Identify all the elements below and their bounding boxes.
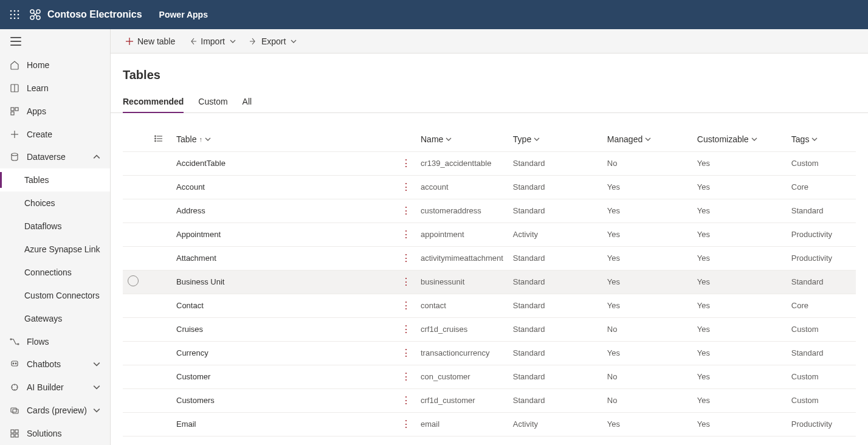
row-select-cell[interactable] <box>123 388 150 412</box>
nav-learn[interactable]: Learn <box>0 77 110 100</box>
row-select-cell[interactable] <box>123 341 150 365</box>
column-managed[interactable]: Managed <box>602 128 692 151</box>
row-more-cell[interactable]: ⋮ <box>396 199 416 222</box>
table-row[interactable]: Attachment⋮activitymimeattachmentStandar… <box>123 246 856 270</box>
nav-choices[interactable]: Choices <box>0 191 110 215</box>
table-row[interactable]: Currency⋮transactioncurrencyStandardYesY… <box>123 341 856 365</box>
table-row[interactable]: Customers⋮crf1d_customerStandardNoYesCus… <box>123 388 856 412</box>
nav-tables[interactable]: Tables <box>0 168 110 191</box>
new-table-button[interactable]: New table <box>123 29 177 53</box>
row-select-cell[interactable] <box>123 294 150 317</box>
more-vertical-icon[interactable]: ⋮ <box>401 371 411 382</box>
nav-flows[interactable]: Flows <box>0 330 110 353</box>
nav-custom-connectors[interactable]: Custom Connectors <box>0 284 110 307</box>
nav-gateways[interactable]: Gateways <box>0 307 110 330</box>
tab-all[interactable]: All <box>243 92 252 112</box>
more-vertical-icon[interactable]: ⋮ <box>401 158 411 168</box>
app-name[interactable]: Power Apps <box>159 10 208 19</box>
more-vertical-icon[interactable]: ⋮ <box>401 395 411 405</box>
row-more-cell[interactable]: ⋮ <box>396 222 416 246</box>
row-select-cell[interactable] <box>123 246 150 270</box>
export-button[interactable]: Export <box>247 29 299 53</box>
row-more-cell[interactable]: ⋮ <box>396 341 416 365</box>
nav-solutions[interactable]: Solutions <box>0 422 110 445</box>
row-select-cell[interactable] <box>123 199 150 222</box>
cell-table[interactable]: Customer <box>171 365 396 388</box>
row-select-cell[interactable] <box>123 270 150 294</box>
row-more-cell[interactable]: ⋮ <box>396 294 416 317</box>
table-row[interactable]: Email⋮emailActivityYesYesProductivity <box>123 412 856 436</box>
row-more-cell[interactable]: ⋮ <box>396 412 416 436</box>
tab-recommended[interactable]: Recommended <box>123 92 184 112</box>
row-icon-cell <box>150 317 171 341</box>
row-select-radio[interactable] <box>128 275 139 286</box>
cell-table[interactable]: Appointment <box>171 222 396 246</box>
cell-type: Standard <box>508 317 602 341</box>
cell-table[interactable]: AccidentTable <box>171 151 396 175</box>
import-button[interactable]: Import <box>186 29 238 53</box>
more-vertical-icon[interactable]: ⋮ <box>401 348 411 358</box>
row-select-cell[interactable] <box>123 222 150 246</box>
nav-apps[interactable]: Apps <box>0 100 110 123</box>
more-vertical-icon[interactable]: ⋮ <box>401 253 411 263</box>
nav-create[interactable]: Create <box>0 123 110 146</box>
more-vertical-icon[interactable]: ⋮ <box>401 205 411 216</box>
cell-table[interactable]: Currency <box>171 341 396 365</box>
nav-dataflows[interactable]: Dataflows <box>0 215 110 238</box>
row-more-cell[interactable]: ⋮ <box>396 388 416 412</box>
row-select-cell[interactable] <box>123 151 150 175</box>
hamburger-icon[interactable] <box>10 35 22 47</box>
row-select-cell[interactable] <box>123 175 150 199</box>
column-view-icon[interactable] <box>150 128 171 151</box>
column-table[interactable]: Table ↑ <box>171 128 396 151</box>
more-vertical-icon[interactable]: ⋮ <box>401 324 411 334</box>
table-row[interactable]: Contact⋮contactStandardYesYesCore <box>123 294 856 317</box>
tab-custom[interactable]: Custom <box>198 92 227 112</box>
more-vertical-icon[interactable]: ⋮ <box>401 300 411 311</box>
row-select-cell[interactable] <box>123 412 150 436</box>
row-select-cell[interactable] <box>123 365 150 388</box>
cell-table[interactable]: Cruises <box>171 317 396 341</box>
cell-table[interactable]: Address <box>171 199 396 222</box>
table-row[interactable]: Business Unit⋮businessunitStandardYesYes… <box>123 270 856 294</box>
nav-azure-synapse-link[interactable]: Azure Synapse Link <box>0 238 110 261</box>
column-select[interactable] <box>123 128 150 151</box>
table-row[interactable]: AccidentTable⋮cr139_accidenttableStandar… <box>123 151 856 175</box>
column-name[interactable]: Name <box>416 128 508 151</box>
more-vertical-icon[interactable]: ⋮ <box>401 277 411 287</box>
table-row[interactable]: Address⋮customeraddressStandardYesYesSta… <box>123 199 856 222</box>
cell-table[interactable]: Business Unit <box>171 270 396 294</box>
nav-ai-builder[interactable]: AI Builder <box>0 376 110 399</box>
row-more-cell[interactable]: ⋮ <box>396 270 416 294</box>
cell-table[interactable]: Email <box>171 412 396 436</box>
cell-table[interactable]: Contact <box>171 294 396 317</box>
nav-connections[interactable]: Connections <box>0 261 110 284</box>
table-row[interactable]: Cruises⋮crf1d_cruisesStandardNoYesCustom <box>123 317 856 341</box>
more-vertical-icon[interactable]: ⋮ <box>401 229 411 240</box>
table-row[interactable]: Account⋮accountStandardYesYesCore <box>123 175 856 199</box>
app-launcher-icon[interactable] <box>7 7 22 22</box>
row-select-cell[interactable] <box>123 317 150 341</box>
nav-cards[interactable]: Cards (preview) <box>0 399 110 422</box>
nav-home[interactable]: Home <box>0 53 110 77</box>
brand-name[interactable]: Contoso Electronics <box>47 9 142 20</box>
cell-table[interactable]: Attachment <box>171 246 396 270</box>
cell-table[interactable]: Account <box>171 175 396 199</box>
nav-dataverse[interactable]: Dataverse <box>0 145 110 168</box>
row-more-cell[interactable]: ⋮ <box>396 175 416 199</box>
row-more-cell[interactable]: ⋮ <box>396 317 416 341</box>
more-vertical-icon[interactable]: ⋮ <box>401 182 411 192</box>
row-more-cell[interactable]: ⋮ <box>396 151 416 175</box>
nav-label: Chatbots <box>27 359 61 369</box>
row-more-cell[interactable]: ⋮ <box>396 365 416 388</box>
table-row[interactable]: Customer⋮con_customerStandardNoYesCustom <box>123 365 856 388</box>
more-vertical-icon[interactable]: ⋮ <box>401 419 411 429</box>
cell-table[interactable]: Customers <box>171 388 396 412</box>
column-customizable[interactable]: Customizable <box>692 128 787 151</box>
row-more-cell[interactable]: ⋮ <box>396 246 416 270</box>
nav-chatbots[interactable]: Chatbots <box>0 353 110 376</box>
column-type[interactable]: Type <box>508 128 602 151</box>
table-row[interactable]: Appointment⋮appointmentActivityYesYesPro… <box>123 222 856 246</box>
cell-type: Standard <box>508 246 602 270</box>
column-tags[interactable]: Tags <box>787 128 856 151</box>
